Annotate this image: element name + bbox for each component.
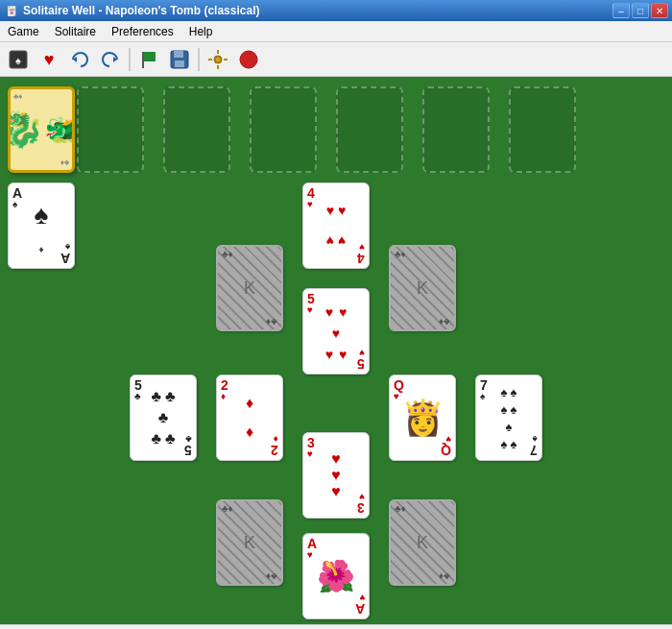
foundation-slot-5[interactable] [422,86,490,173]
foundation-slot-4[interactable] [336,86,403,173]
toolbar-separator-1 [129,48,131,71]
card-ace-hearts[interactable]: A♥ 🌺 A♥ [302,533,370,619]
settings-button[interactable] [204,46,232,73]
menu-help[interactable]: Help [181,21,221,41]
menu-bar: Game Solitaire Preferences Help [0,21,672,42]
toolbar: ♠ ♥ [0,42,672,77]
svg-text:♠: ♠ [15,55,21,66]
foundation-slot-3[interactable] [250,86,317,173]
foundation-slot-6[interactable] [509,86,576,173]
redo-button[interactable] [96,46,125,73]
card-queen-face[interactable]: Q♥ 👸 Q♥ [389,375,456,461]
menu-game[interactable]: Game [0,21,47,41]
card-back-2[interactable]: ♣♦ K ♣♦ [389,245,456,331]
card-5-clubs[interactable]: 5♣ ♣♣ ♣ ♣♣ 5♣ [130,375,197,461]
game-area: ♣♦ 🐲 ♣♦ A♠ ♠ ♦ A♠ 4♥ ♥♥ ♥♥ 4♥ ♣♦ K ♣♦ 5♥… [0,77,672,624]
app-icon: 🃏 [4,3,19,18]
svg-rect-8 [174,51,183,58]
svg-rect-13 [217,65,219,69]
menu-preferences[interactable]: Preferences [104,21,181,41]
close-button[interactable]: ✕ [651,3,668,18]
card-ace-spades[interactable]: A♠ ♠ ♦ A♠ [8,182,75,269]
svg-point-11 [216,58,220,61]
undo-button[interactable] [65,46,94,73]
toolbar-separator-2 [198,48,200,71]
window-title: Solitaire Well - Napoleon's Tomb (classi… [23,4,259,17]
stop-button[interactable] [234,46,263,73]
card-3-hearts[interactable]: 3♥ ♥ ♥ ♥ 3♥ [302,432,370,519]
card-back-4[interactable]: ♣♦ K ♣♦ [389,499,456,586]
svg-rect-5 [142,52,156,61]
svg-rect-6 [142,52,144,68]
card-7-spades[interactable]: 7♠ ♠♠ ♠♠ ♠ ♠♠ 7♠ [475,375,542,461]
card-back-1[interactable]: ♣♦ K ♣♦ [216,245,283,331]
svg-text:♥: ♥ [44,50,55,69]
svg-rect-14 [208,59,212,60]
svg-point-17 [243,54,254,65]
flag-button[interactable] [134,46,163,73]
window-controls: – □ ✕ [612,3,668,18]
foundation-slot-1[interactable] [77,86,144,173]
status-bar: Game #3 Moves: 0/0 00:00:13 [0,624,672,629]
menu-solitaire[interactable]: Solitaire [47,21,104,41]
card-back-3[interactable]: ♣♦ K ♣♦ [216,499,283,586]
foundation-slot-2[interactable] [163,86,230,173]
maximize-button[interactable]: □ [632,3,649,18]
new-game-button[interactable]: ♠ [4,46,33,73]
hearts-button[interactable]: ♥ [35,46,63,73]
svg-rect-15 [224,59,228,60]
card-2-diamonds[interactable]: 2♦ ♦ ♦ 2♦ [216,375,283,461]
save-button[interactable] [165,46,194,73]
deck-card[interactable]: ♣♦ 🐲 ♣♦ [8,86,75,173]
card-5-hearts[interactable]: 5♥ ♥♥♥♥♥ 5♥ [302,288,370,375]
minimize-button[interactable]: – [612,3,630,18]
card-4-hearts[interactable]: 4♥ ♥♥ ♥♥ 4♥ [302,182,370,269]
svg-rect-12 [217,50,219,54]
svg-rect-9 [175,60,184,67]
title-bar: 🃏 Solitaire Well - Napoleon's Tomb (clas… [0,0,672,21]
